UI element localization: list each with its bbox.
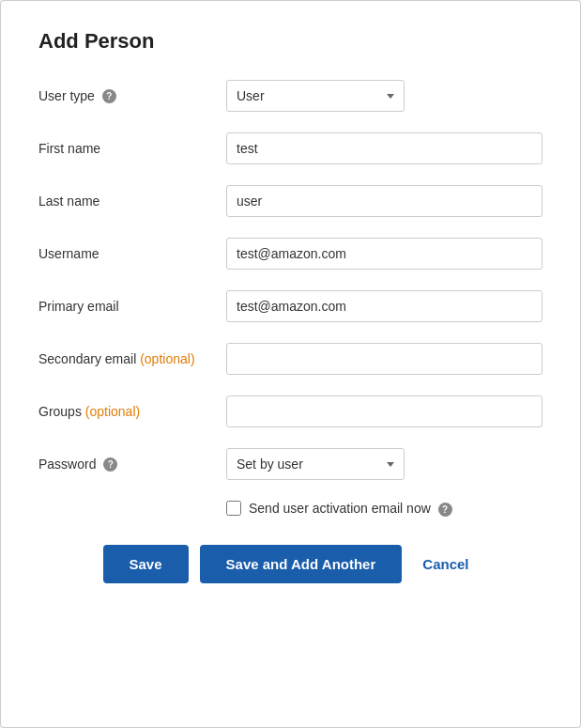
- password-help-icon[interactable]: ?: [103, 457, 117, 472]
- groups-control: [226, 395, 543, 427]
- groups-input[interactable]: [226, 395, 543, 427]
- secondary-email-label: Secondary email (optional): [38, 351, 226, 366]
- last-name-label: Last name: [38, 194, 226, 209]
- primary-email-control: [226, 290, 543, 322]
- groups-label: Groups (optional): [38, 404, 226, 419]
- secondary-email-input[interactable]: [226, 343, 543, 375]
- username-control: [226, 238, 543, 270]
- password-select[interactable]: Set by user Set by admin: [226, 448, 405, 480]
- primary-email-row: Primary email: [38, 290, 543, 322]
- primary-email-input[interactable]: [226, 290, 543, 322]
- user-type-help-icon[interactable]: ?: [102, 89, 116, 103]
- first-name-row: First name: [38, 132, 543, 164]
- add-person-dialog: Add Person User type ? User Admin Staff …: [0, 0, 581, 728]
- username-row: Username: [38, 238, 543, 270]
- user-type-select[interactable]: User Admin Staff: [226, 80, 405, 112]
- last-name-control: [226, 185, 543, 217]
- activation-email-checkbox[interactable]: [226, 501, 241, 516]
- activation-email-label[interactable]: Send user activation email now ?: [249, 501, 452, 517]
- password-control: Set by user Set by admin: [226, 448, 543, 480]
- user-type-row: User type ? User Admin Staff: [38, 80, 543, 112]
- username-input[interactable]: [226, 238, 543, 270]
- user-type-control: User Admin Staff: [226, 80, 543, 112]
- save-button[interactable]: Save: [103, 545, 189, 583]
- first-name-control: [226, 132, 543, 164]
- user-type-label: User type ?: [38, 88, 226, 104]
- cancel-button[interactable]: Cancel: [413, 545, 478, 583]
- secondary-email-row: Secondary email (optional): [38, 343, 543, 375]
- first-name-label: First name: [38, 141, 226, 156]
- groups-row: Groups (optional): [38, 395, 543, 427]
- last-name-input[interactable]: [226, 185, 543, 217]
- password-row: Password ? Set by user Set by admin: [38, 448, 543, 480]
- activation-email-help-icon[interactable]: ?: [438, 503, 452, 517]
- first-name-input[interactable]: [226, 132, 543, 164]
- button-row: Save Save and Add Another Cancel: [38, 545, 543, 583]
- password-label: Password ?: [38, 457, 226, 472]
- username-label: Username: [38, 246, 226, 261]
- activation-email-row: Send user activation email now ?: [226, 501, 543, 517]
- last-name-row: Last name: [38, 185, 543, 217]
- primary-email-label: Primary email: [38, 299, 226, 314]
- dialog-title: Add Person: [38, 29, 543, 54]
- save-and-add-button[interactable]: Save and Add Another: [200, 545, 403, 583]
- secondary-email-control: [226, 343, 543, 375]
